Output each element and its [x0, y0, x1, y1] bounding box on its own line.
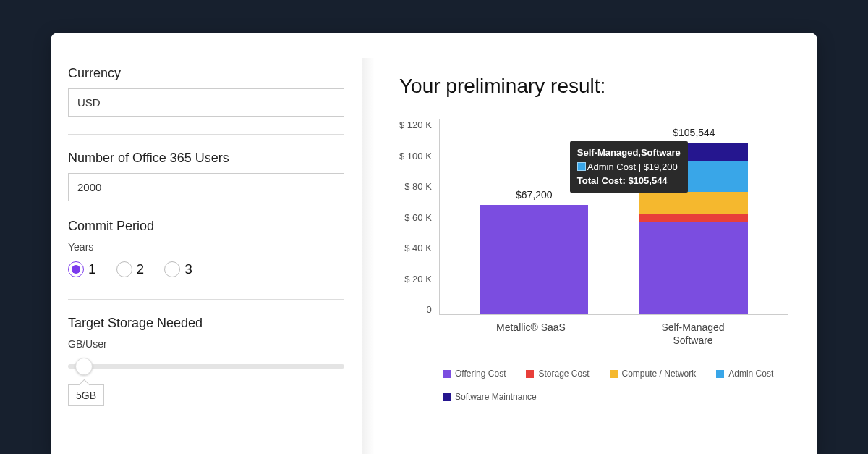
storage-label: Target Storage Needed: [68, 316, 344, 331]
tooltip-header: Self-Managed,Software: [577, 147, 681, 158]
legend-label: Offering Cost: [455, 369, 506, 379]
chart-y-axis: $ 120 K$ 100 K$ 80 K$ 60 K$ 40 K$ 20 K0: [399, 119, 439, 315]
currency-input[interactable]: [68, 88, 344, 117]
commit-radio-2[interactable]: 2: [116, 261, 145, 277]
tooltip-total-label: Total Cost:: [577, 175, 626, 186]
radio-label: 1: [88, 261, 96, 277]
x-label: Self-ManagedSoftware: [635, 321, 751, 347]
tooltip-total-value: $105,544: [628, 175, 667, 186]
radio-icon: [116, 261, 132, 277]
legend-item[interactable]: Storage Cost: [526, 369, 589, 379]
y-tick: $ 120 K: [399, 119, 432, 130]
legend-item[interactable]: Admin Cost: [716, 369, 773, 379]
legend-swatch-icon: [443, 393, 451, 401]
legend-item[interactable]: Software Maintnance: [443, 392, 537, 402]
slider-track: [68, 364, 344, 369]
storage-value: 5GB: [68, 384, 104, 406]
legend-swatch-icon: [526, 370, 534, 378]
bar-segment[interactable]: [639, 214, 748, 222]
y-tick: $ 40 K: [399, 243, 432, 253]
legend-item[interactable]: Offering Cost: [443, 369, 506, 379]
y-tick: $ 60 K: [399, 212, 432, 223]
slider-thumb[interactable]: [75, 358, 93, 375]
storage-slider[interactable]: [68, 364, 344, 369]
divider: [68, 134, 344, 135]
parameters-pane: Currency Number of Office 365 Users Comm…: [51, 33, 362, 454]
result-title: Your preliminary result:: [399, 75, 788, 98]
chart: $ 120 K$ 100 K$ 80 K$ 60 K$ 40 K$ 20 K0 …: [399, 119, 788, 315]
legend-swatch-icon: [610, 370, 618, 378]
commit-group: Commit Period Years 123: [68, 219, 344, 277]
chart-legend: Offering CostStorage CostCompute / Netwo…: [399, 347, 788, 402]
commit-radio-3[interactable]: 3: [164, 261, 192, 277]
legend-swatch-icon: [443, 370, 451, 378]
bar-segment[interactable]: [480, 205, 588, 314]
legend-label: Storage Cost: [538, 369, 589, 379]
radio-icon: [164, 261, 180, 277]
legend-label: Software Maintnance: [455, 392, 537, 402]
result-pane: Your preliminary result: $ 120 K$ 100 K$…: [362, 33, 817, 454]
commit-sublabel: Years: [68, 241, 344, 253]
legend-label: Compute / Network: [622, 369, 697, 379]
calculator-card: Currency Number of Office 365 Users Comm…: [51, 33, 817, 454]
y-tick: $ 20 K: [399, 274, 432, 285]
bar-total-label: $67,200: [516, 189, 553, 201]
y-tick: $ 100 K: [399, 151, 432, 161]
bar-segment[interactable]: [639, 222, 748, 314]
users-input[interactable]: [68, 173, 344, 201]
users-label: Number of Office 365 Users: [68, 151, 344, 166]
y-tick: $ 80 K: [399, 181, 432, 192]
bar-total-label: $105,544: [673, 127, 715, 138]
y-tick: 0: [399, 304, 432, 315]
commit-radio-1[interactable]: 1: [68, 261, 96, 277]
commit-radio-row: 123: [68, 261, 344, 277]
bar-stack: [480, 205, 588, 314]
users-group: Number of Office 365 Users: [68, 151, 344, 201]
chart-x-labels: Metallic® SaaSSelf-ManagedSoftware: [399, 315, 788, 347]
tooltip-seg-value: $19,200: [644, 161, 678, 172]
bar-segment[interactable]: [639, 192, 748, 213]
radio-label: 2: [137, 261, 145, 277]
radio-label: 3: [184, 261, 192, 277]
currency-label: Currency: [68, 66, 344, 81]
currency-group: Currency: [68, 66, 344, 117]
tooltip-swatch-icon: [577, 162, 586, 171]
legend-swatch-icon: [716, 370, 724, 378]
radio-icon: [68, 261, 84, 277]
storage-group: Target Storage Needed GB/User 5GB: [68, 316, 344, 406]
chart-plot: Self-Managed,Software Admin Cost | $19,2…: [439, 119, 788, 315]
legend-item[interactable]: Compute / Network: [610, 369, 697, 379]
tooltip-seg-label: Admin Cost: [587, 161, 636, 172]
commit-label: Commit Period: [68, 219, 344, 234]
bar-column: $67,200: [476, 205, 592, 314]
x-label: Metallic® SaaS: [473, 321, 589, 347]
legend-label: Admin Cost: [728, 369, 773, 379]
chart-tooltip: Self-Managed,Software Admin Cost | $19,2…: [570, 141, 688, 193]
storage-sublabel: GB/User: [68, 338, 344, 350]
divider: [68, 299, 344, 300]
